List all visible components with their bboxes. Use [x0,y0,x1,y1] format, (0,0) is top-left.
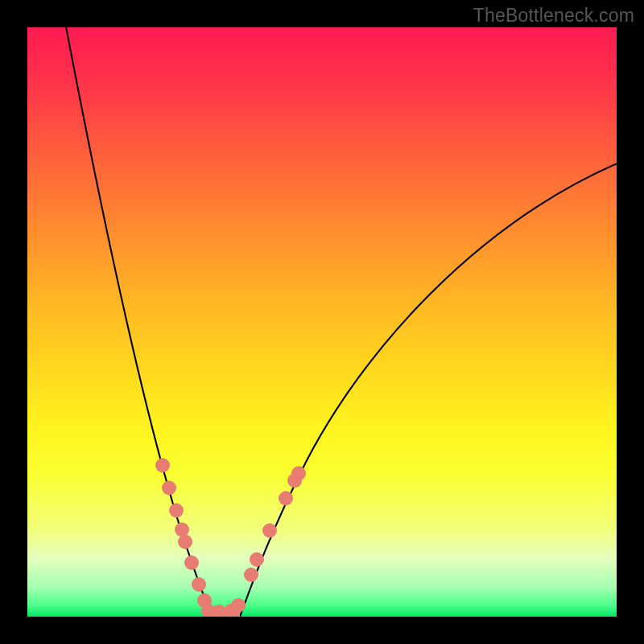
chart-frame: TheBottleneck.com [0,0,644,644]
bead [169,503,184,518]
bead [192,577,206,592]
bead [262,523,277,538]
watermark-text: TheBottleneck.com [473,5,634,27]
bead [184,555,199,570]
bead-layer [27,27,617,617]
beads-left-group [155,458,238,617]
bead [231,598,246,613]
beads-right-group [231,466,306,613]
bead [279,491,293,506]
bead [178,535,192,549]
plot-area [27,27,617,617]
bead [250,552,264,567]
bead [155,458,170,473]
bead [162,481,176,495]
bead [291,466,306,481]
bead [244,568,258,582]
